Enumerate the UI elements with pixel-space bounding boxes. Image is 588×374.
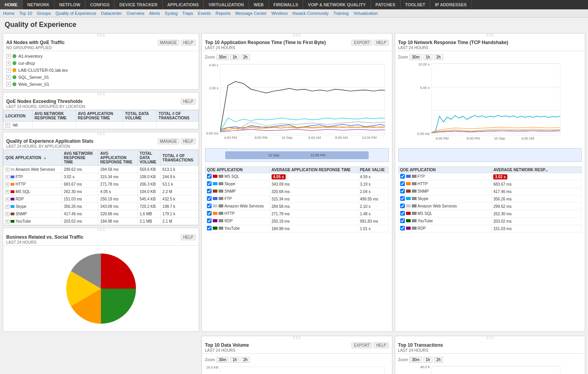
threshold-help-btn[interactable]: HELP — [181, 99, 196, 105]
expand-icon[interactable]: + — [6, 82, 11, 87]
subnav-traps[interactable]: Traps — [182, 11, 193, 16]
expand-icon[interactable]: + — [6, 61, 11, 66]
drag-handle[interactable]: ⠿⠿⠿ — [3, 92, 199, 96]
app-stats-manage-btn[interactable]: MANAGE — [158, 138, 179, 144]
drag-handle[interactable]: ⠿⠿⠿ — [3, 34, 199, 37]
threshold-panel-actions: HELP — [181, 99, 196, 105]
zoom-30m-trans[interactable]: 30m — [410, 357, 422, 363]
table-row[interactable]: + YouTube 203.02 ms 184.98 ms 2.1 MB 2.1… — [4, 218, 199, 225]
subnav-datacenter[interactable]: Datacenter — [101, 11, 122, 16]
expand-icon[interactable]: + — [5, 123, 10, 128]
table-row[interactable]: + lab — [4, 122, 199, 129]
svg-text:12:00 PM: 12:00 PM — [362, 136, 377, 140]
drag-handle[interactable]: ⠿⠿⠿ — [202, 34, 392, 37]
net-legend-app-cell: Amazon Web Services — [398, 203, 492, 210]
transactions-svg: 40.0 k 20.0 k — [398, 364, 582, 374]
drag-handle[interactable]: ⠿⠿⠿ — [3, 132, 199, 136]
zoom-1h-vol[interactable]: 1h — [230, 357, 239, 363]
col-total-data-vol[interactable]: TOTALDATAVOLUME — [138, 150, 160, 166]
col-qoe-app[interactable]: QOE APPLICATION ▲ — [4, 150, 62, 166]
app-response-subtitle: LAST 24 HOURS — [205, 46, 326, 50]
zoom-1h[interactable]: 1h — [230, 54, 239, 60]
nav-virtualization[interactable]: VIRTUALIZATION — [204, 0, 249, 9]
table-row[interactable]: + HTTP 683.67 ms 271.78 ms 206.3 KB 53.1… — [4, 181, 199, 188]
brush-area[interactable]: 10 Sep 12:00 PM — [205, 148, 389, 162]
legend-app-cell: HTTP — [205, 210, 270, 218]
zoom-30m[interactable]: 30m — [217, 54, 229, 60]
subnav-thwack[interactable]: thwack Community — [293, 11, 329, 16]
table-row[interactable]: + MS SQL 262.30 ms 4.05 s 104.0 KB 2.2 M — [4, 188, 199, 195]
nav-web[interactable]: WEB — [249, 0, 269, 9]
table-row[interactable]: + RDP 151.03 ms 250.19 ms 545.4 KB 432.5… — [4, 195, 199, 203]
nav-ip-addresses[interactable]: IP ADDRESSES — [430, 0, 471, 9]
subnav-reports[interactable]: Reports — [215, 11, 231, 16]
subnav-home[interactable]: Home — [3, 11, 14, 16]
zoom-30m-net[interactable]: 30m — [410, 54, 422, 60]
drag-handle[interactable]: ⠿⠿⠿ — [395, 336, 585, 340]
expand-icon[interactable]: + — [6, 75, 11, 80]
zoom-2h-trans[interactable]: 2h — [434, 357, 443, 363]
subnav-groups[interactable]: Groups — [37, 11, 51, 16]
drag-handle[interactable]: ⠿⠿⠿ — [395, 34, 585, 37]
expand-icon[interactable]: + — [6, 54, 11, 58]
app-stats-help-btn[interactable]: HELP — [181, 138, 196, 144]
brush-handle[interactable]: 10 Sep 12:00 PM — [225, 151, 369, 159]
nav-netflow[interactable]: NETFLOW — [55, 0, 85, 9]
drag-handle[interactable]: ⠿⠿⠿ — [202, 336, 392, 340]
business-traffic-help-btn[interactable]: HELP — [181, 234, 196, 240]
nav-configs[interactable]: CONFIGS — [85, 0, 115, 9]
subnav-training[interactable]: Training — [334, 11, 349, 16]
subnav-syslog[interactable]: Syslog — [165, 11, 178, 16]
expand-icon[interactable]: + — [6, 68, 11, 73]
zoom-1h-net[interactable]: 1h — [424, 54, 433, 60]
legend-peak-cell: 991.83 ms — [358, 218, 388, 225]
list-item[interactable]: + Web_Server_01 — [3, 81, 199, 88]
subnav-virtualization[interactable]: Virtualization — [353, 11, 378, 16]
app-response-help-btn[interactable]: HELP — [374, 40, 388, 46]
col-avg-net-resp[interactable]: AVG NETWORKRESPONSETIME — [62, 150, 98, 166]
nodes-manage-btn[interactable]: MANAGE — [158, 40, 179, 46]
subnav-wireless[interactable]: Wireless — [271, 11, 288, 16]
table-row[interactable]: + Amazon Web Services 299.62 ms 284.58 m… — [4, 166, 199, 173]
zoom-1h-trans[interactable]: 1h — [424, 357, 433, 363]
list-item[interactable]: + A1-Inventory — [3, 53, 199, 60]
subnav-qoe[interactable]: Quality of Experience — [55, 11, 96, 16]
nav-firewalls[interactable]: FIREWALLS — [269, 0, 304, 9]
col-total-trans[interactable]: TOTAL # OFTRANSACTIONS — [160, 150, 198, 166]
table-row[interactable]: + Skype 356.26 ms 343.09 ms 720.2 KB 198… — [4, 203, 199, 210]
nav-voip[interactable]: VOIP & NETWORK QUALITY — [303, 0, 371, 9]
nav-home[interactable]: HOME — [0, 0, 23, 9]
drag-handle[interactable]: ⠿⠿⠿ — [3, 228, 199, 232]
subnav-message-center[interactable]: Message Center — [235, 11, 267, 16]
nav-applications[interactable]: APPLICATIONS — [162, 0, 204, 9]
data-volume-help-btn[interactable]: HELP — [374, 342, 388, 348]
nav-network[interactable]: NETWORK — [23, 0, 55, 9]
subnav-alerts[interactable]: Alerts — [149, 11, 160, 16]
zoom-2h[interactable]: 2h — [241, 54, 250, 60]
zoom-30m-vol[interactable]: 30m — [217, 357, 229, 363]
zoom-2h-net[interactable]: 2h — [434, 54, 443, 60]
subnav-events[interactable]: Events — [198, 11, 211, 16]
list-item[interactable]: + cur-dhcp — [3, 60, 199, 67]
nav-patches[interactable]: PATCHES — [371, 0, 401, 9]
data-volume-export-btn[interactable]: EXPORT — [351, 342, 372, 348]
legend-col-avg: AVERAGE APPLICATION RESPONSE TIME — [270, 167, 358, 173]
list-item[interactable]: + LAB-CLUSTER-01.lab.tex — [3, 67, 199, 74]
app-cell: + FTP — [4, 173, 62, 181]
nodes-help-btn[interactable]: HELP — [181, 40, 196, 46]
nodes-panel-title-group: All Nodes with QoE Traffic NO GROUPING A… — [6, 40, 65, 50]
table-row[interactable]: + SNMP 417.46 ms 320.68 ms 1.6 MB 179.1 … — [4, 210, 199, 218]
zoom-2h-vol[interactable]: 2h — [241, 357, 250, 363]
nav-device-tracker[interactable]: DEVICE TRACKER — [115, 0, 162, 9]
nav-toolset[interactable]: TOOLSET — [401, 0, 431, 9]
svg-text:5.00 s: 5.00 s — [420, 86, 430, 90]
brush-area-net[interactable] — [398, 148, 582, 162]
subnav-top10[interactable]: Top 10 — [19, 11, 32, 16]
col-avg-app-resp[interactable]: AVGAPPLICATIONRESPONSE TIME — [98, 150, 138, 166]
subnav-overview[interactable]: Overview — [127, 11, 145, 16]
svg-text:10.00 s: 10.00 s — [418, 62, 430, 66]
app-response-export-btn[interactable]: EXPORT — [351, 40, 372, 46]
table-row[interactable]: + FTP 3.02 s 315.34 ms 108.0 KB 244.9 k — [4, 173, 199, 181]
list-item[interactable]: + SQL_Server_01 — [3, 74, 199, 81]
data-volume-title-group: Top 10 Data Volume LAST 24 HOURS — [205, 342, 249, 353]
